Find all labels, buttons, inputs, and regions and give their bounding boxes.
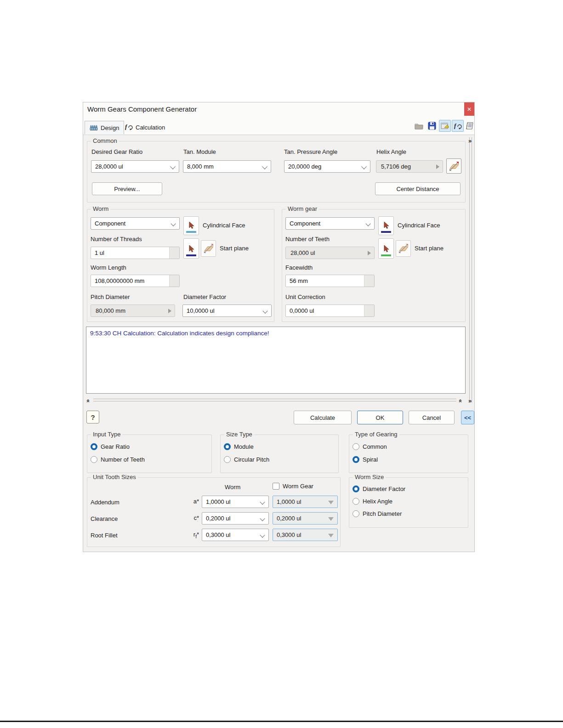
radio-number-of-teeth[interactable]: Number of Teeth <box>91 456 145 463</box>
radio-pitch-diameter[interactable]: Pitch Diameter <box>353 510 402 517</box>
addendum-symbol: a* <box>188 498 199 506</box>
radio-helix-angle[interactable]: Helix Angle <box>353 498 392 505</box>
clearance-symbol: c* <box>188 514 199 523</box>
addendum-worm-combo[interactable]: 1,0000 ul <box>202 496 269 508</box>
collapse-up-right-icon[interactable]: » <box>458 396 463 403</box>
tab-design-label: Design <box>101 124 119 131</box>
calculation-message-box[interactable]: 9:53:30 CH Calculation: Calculation indi… <box>86 327 466 394</box>
desired-gear-ratio-combo[interactable]: 28,0000 ul <box>91 160 179 173</box>
chevron-down-icon <box>361 164 366 169</box>
dropdown-triangle-icon <box>328 501 334 504</box>
dropdown-triangle-icon <box>328 517 334 521</box>
collapse-panel-button[interactable]: << <box>461 411 474 424</box>
radio-icon <box>224 456 231 463</box>
group-unit-tooth-sizes-title: Unit Tooth Sizes <box>91 474 138 481</box>
radio-common[interactable]: Common <box>353 443 387 450</box>
worm-start-plane-picker[interactable] <box>183 238 199 259</box>
unit-correction-field[interactable]: 0,0000 ul <box>285 305 375 317</box>
root-fillet-worm-combo[interactable]: 0,3000 ul <box>202 529 269 541</box>
gear-start-plane-picker[interactable] <box>378 238 394 259</box>
worm-component-combo[interactable]: Component <box>91 217 180 230</box>
worm-cylindrical-face-label: Cylindrical Face <box>203 222 245 229</box>
gear-component-combo[interactable]: Component <box>285 217 375 230</box>
helix-direction-button[interactable] <box>446 158 461 174</box>
number-of-teeth-field: 28,000 ul <box>285 247 375 259</box>
chevron-down-icon <box>260 499 265 504</box>
tan-pressure-angle-combo[interactable]: 20,0000 deg <box>284 160 370 173</box>
dropdown-triangle-icon <box>328 534 334 537</box>
side-splitter[interactable] <box>467 137 474 403</box>
notebook-icon[interactable] <box>464 120 476 132</box>
chevron-down-icon <box>262 164 267 169</box>
ok-button[interactable]: OK <box>357 411 403 424</box>
expand-arrow-icon[interactable] <box>168 309 171 313</box>
clearance-worm-gear-combo: 0,2000 ul <box>273 512 338 525</box>
close-button[interactable]: ✕ <box>464 102 474 116</box>
worm-length-label: Worm Length <box>91 264 126 271</box>
spinner-cap <box>364 275 374 287</box>
group-common-title: Common <box>91 137 119 145</box>
selection-color-bar <box>381 254 391 256</box>
tan-pressure-angle-label: Tan. Pressure Angle <box>284 148 337 155</box>
fx-equations-icon[interactable]: f <box>452 120 464 132</box>
select-cursor-icon <box>188 245 195 253</box>
expand-arrow-icon[interactable] <box>368 251 371 255</box>
worm-cylindrical-face-picker[interactable] <box>183 216 199 235</box>
page-bottom-rule <box>0 721 563 722</box>
number-of-teeth-label: Number of Teeth <box>285 236 330 243</box>
clearance-label: Clearance <box>91 515 118 522</box>
radio-module[interactable]: Module <box>224 443 254 450</box>
tan-module-combo[interactable]: 8,000 mm <box>183 160 271 173</box>
select-cursor-icon <box>382 221 390 230</box>
tab-design[interactable]: Design <box>85 121 124 134</box>
number-of-threads-field[interactable]: 1 ul <box>91 247 180 259</box>
calculation-message: 9:53:30 CH Calculation: Calculation indi… <box>90 330 269 337</box>
svg-text:f: f <box>454 122 457 129</box>
open-folder-icon[interactable] <box>413 120 425 132</box>
radio-gear-ratio[interactable]: Gear Ratio <box>91 443 130 450</box>
diameter-factor-combo[interactable]: 10,0000 ul <box>182 305 272 317</box>
expand-arrow-icon[interactable] <box>436 164 439 169</box>
clearance-worm-combo[interactable]: 0,2000 ul <box>202 512 269 525</box>
export-icon[interactable] <box>439 120 451 132</box>
gear-cylindrical-face-picker[interactable] <box>378 216 394 235</box>
radio-diameter-factor[interactable]: Diameter Factor <box>353 485 405 492</box>
facewidth-field[interactable]: 56 mm <box>285 275 375 287</box>
radio-icon <box>353 443 359 450</box>
radio-spiral[interactable]: Spiral <box>353 456 378 463</box>
facewidth-label: Facewidth <box>285 264 313 271</box>
worm-start-plane-button[interactable] <box>201 240 216 257</box>
radio-icon <box>353 510 359 517</box>
select-cursor-icon <box>382 245 390 253</box>
collapse-up-left-icon[interactable]: » <box>86 396 91 403</box>
radio-circular-pitch[interactable]: Circular Pitch <box>224 456 269 463</box>
expand-right-bottom-icon[interactable]: » <box>468 396 472 405</box>
radio-icon <box>224 443 231 450</box>
group-type-of-gearing: Type of Gearing <box>349 435 468 473</box>
start-plane-icon <box>203 243 214 254</box>
gear-start-plane-label: Start plane <box>415 245 444 252</box>
worm-gear-checkbox-row[interactable]: Worm Gear <box>273 483 313 490</box>
center-distance-button[interactable]: Center Distance <box>375 182 461 195</box>
save-icon[interactable] <box>426 120 438 132</box>
fx-icon: f <box>125 123 133 132</box>
tab-calculation[interactable]: f Calculation <box>120 121 170 134</box>
tab-calculation-label: Calculation <box>136 124 165 131</box>
worm-length-field[interactable]: 108,00000000 mm <box>91 275 180 287</box>
dialog-title: Worm Gears Component Generator <box>87 105 197 113</box>
selection-color-bar <box>186 231 196 233</box>
worm-gears-dialog: Worm Gears Component Generator ✕ Design … <box>83 102 475 552</box>
group-type-of-gearing-title: Type of Gearing <box>353 431 399 438</box>
selection-color-bar <box>186 254 196 256</box>
collapse-icon: << <box>464 414 471 421</box>
radio-icon <box>91 443 97 450</box>
tab-strip: Design f Calculation f <box>83 117 474 135</box>
help-button[interactable]: ? <box>86 411 99 423</box>
cancel-button[interactable]: Cancel <box>409 411 455 424</box>
page: Worm Gears Component Generator ✕ Design … <box>0 0 563 728</box>
preview-button[interactable]: Preview... <box>92 182 162 195</box>
message-splitter[interactable] <box>93 399 456 401</box>
gear-start-plane-button[interactable] <box>396 240 411 257</box>
expand-right-icon[interactable]: » <box>468 136 472 145</box>
calculate-button[interactable]: Calculate <box>294 411 352 424</box>
